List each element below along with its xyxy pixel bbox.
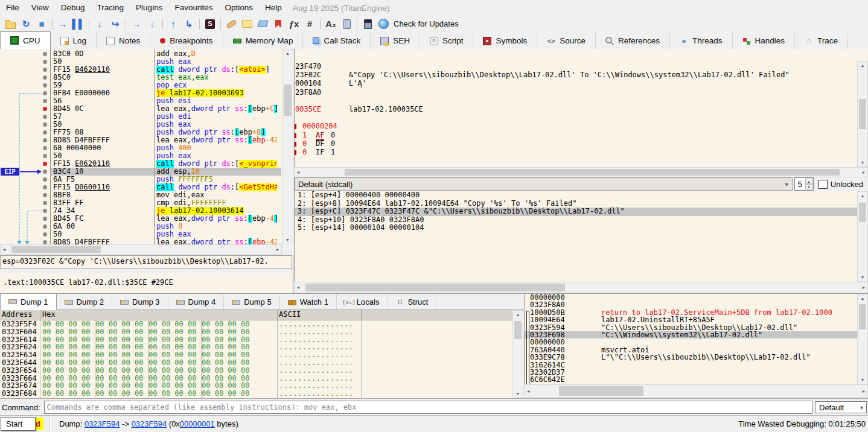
disasm-row[interactable]: FF15 D0600110call dword ptr ds:[<GetStdH… [0,183,282,191]
disasm-row[interactable]: FF15 B4620110call dword ptr ds:[<atoi>] [0,66,282,74]
disasm-row[interactable]: 8D85 D4FBFFFFlea eax,dword ptr ss:[ebp-4… [0,238,282,244]
instruction-dot-icon[interactable] [43,201,47,205]
execute-till-return-button[interactable]: → [129,17,144,31]
disasm-row[interactable]: 57push edi [0,113,282,121]
disasm-row[interactable]: 50push eax [0,230,282,238]
dump-column-header[interactable]: Address [2,310,33,319]
stack-row[interactable]: 00000000 [525,294,868,301]
menu-item-favourites[interactable]: Favourites [168,0,219,16]
instruction-dot-icon[interactable] [43,154,47,158]
scroll-up-arrow-icon[interactable]: ▴ [282,51,293,56]
breakpoint-dot-icon[interactable] [43,107,47,111]
disasm-row[interactable]: 74 34je lab17-02.10003614 [0,207,282,215]
register-row[interactable]: 000104L'Ą' [295,79,857,87]
disasm-row[interactable]: 6A 00push 0 [0,223,282,230]
disasm-row[interactable]: 83C0 0Dadd eax,D [0,50,282,58]
disasm-row[interactable]: 6A F5push FFFFFFF5 [0,176,282,183]
scroll-thumb[interactable] [284,84,292,116]
register-row[interactable]: 23F470 [295,62,857,71]
scroll-right-arrow-icon[interactable]: ▸ [863,282,865,293]
tab-dump-2[interactable]: Dump 2 [57,294,113,310]
disasm-vscrollbar[interactable]: ▴ ▾ [282,49,293,244]
instruction-dot-icon[interactable] [43,193,47,197]
step-into-button[interactable]: ↓ [92,17,107,31]
calculator-button[interactable] [360,17,375,31]
scroll-right-arrow-icon[interactable]: ▸ [863,168,865,177]
stack-row[interactable]: 033E9C78L"\"C:\\Users\\sibouzbib\\Deskto… [525,354,868,361]
instruction-dot-icon[interactable] [43,177,47,182]
spinner-up-icon[interactable]: ▴ [805,179,812,184]
argument-count-spinner[interactable]: 5 ▴ ▾ [794,177,814,191]
tab-symbols[interactable]: Symbols [473,33,537,49]
argument-row[interactable]: 5: [esp+14] 00000104 00000104 [295,224,857,232]
highlight-button[interactable] [339,17,354,31]
instruction-dot-icon[interactable] [43,130,47,135]
scroll-thumb[interactable] [345,169,840,176]
scroll-thumb[interactable] [859,304,866,329]
disasm-row[interactable]: 85C0test eax,eax [0,74,282,81]
argument-row[interactable]: 1: [esp+4] 00000400 00000400 [295,191,857,200]
tab-handles[interactable]: Handles [733,33,796,49]
tab-dump-4[interactable]: Dump 4 [168,294,225,310]
argument-row[interactable]: 4: [esp+10] 0323F8A0 0323F8A0 [295,216,857,224]
step-over-button[interactable]: ↪ [108,17,123,31]
disasm-row[interactable]: 68 00040000push 400 [0,144,282,152]
stack-hscrollbar[interactable]: ◂ ▸ [524,384,868,398]
scroll-thumb[interactable] [559,386,643,396]
dump-address-link[interactable]: 0323F594 [85,419,120,428]
register-row[interactable]: 23F8A0 [295,88,857,97]
stack-row[interactable]: 3162614C [525,361,868,369]
tab-cpu[interactable]: CPU [0,31,51,49]
register-row[interactable]: 0035CElab17-02.100035CE [295,105,857,113]
scroll-left-arrow-icon[interactable]: ◂ [297,168,299,177]
arguments-pane[interactable]: 1: [esp+4] 00000400 000004002: [esp+8] 1… [294,191,857,282]
spinner-down-icon[interactable]: ▾ [805,184,812,189]
stack-row[interactable]: 10094E64lab17-02.UninstallRT+85A5F [525,316,868,323]
tab-script[interactable]: ≡Script [420,33,474,49]
register-row[interactable]: 1AF0 [295,131,857,139]
disasm-row[interactable]: FF75 08push dword ptr ss:[ebp+8] [0,129,282,136]
tab-dump-5[interactable]: Dump 5 [224,294,280,310]
calling-convention-dropdown[interactable]: Default (stdcall) ▾ [295,177,793,191]
menu-item-options[interactable]: Options [219,0,259,16]
instruction-dot-icon[interactable] [43,83,47,87]
disasm-row[interactable]: FF15 E0620110call dword ptr ds:[<_vsnpri… [0,160,282,168]
open-folder-button[interactable] [3,17,18,31]
scroll-thumb[interactable] [305,284,565,291]
register-row[interactable]: 0IF1 [295,148,857,156]
tab-notes[interactable]: Notes [97,33,150,49]
tab-locals[interactable]: [x=]Locals [337,294,388,310]
instruction-dot-icon[interactable] [43,240,47,244]
tab-memory-map[interactable]: Memory Map [223,33,304,49]
dump-column-header[interactable]: ASCII [279,310,301,319]
disasm-row[interactable]: 8D45 0Clea eax,dword ptr ss:[ebp+C] [0,105,282,113]
dump-column-header[interactable]: Hex [42,310,56,319]
check-for-updates-label[interactable]: Check for Updates [394,19,459,28]
tab-call-stack[interactable]: Call Stack [303,33,371,49]
restart-button[interactable]: ↻ [19,17,33,31]
step-out-button[interactable]: ↓ [145,17,159,31]
stop-button[interactable]: ■ [34,17,49,31]
scroll-thumb[interactable] [859,203,866,222]
registers-pane[interactable]: 23F47023F02C&"Copy 'C:\\Users\\sibouzbib… [294,49,868,167]
instruction-dot-icon[interactable] [43,146,47,150]
disassembly-pane[interactable]: 83C0 0Dadd eax,D50push eaxFF15 B4620110c… [0,49,282,244]
instruction-dot-icon[interactable] [43,170,47,174]
scroll-thumb[interactable] [11,246,101,253]
arguments-vscrollbar[interactable]: ▴ ▾ [857,191,868,282]
tab-trace[interactable]: ∴Trace [795,33,848,49]
patch-button[interactable] [224,17,238,31]
disasm-row[interactable]: 8D85 D4FBFFFFlea eax,dword ptr ss:[ebp-4… [0,136,282,144]
instruction-dot-icon[interactable] [43,209,47,213]
attach-button[interactable]: ↳ [182,17,196,31]
command-profile-dropdown[interactable]: Default ▾ [815,401,867,413]
stack-row[interactable]: 6C6C642E [525,376,868,383]
disasm-row[interactable]: 0F84 E0000000je lab17-02.10003693 [0,89,282,97]
menu-item-debug[interactable]: Debug [55,0,91,16]
dump-row[interactable]: 0323F60400 00 00 0000 00 00 0000 00 00 0… [0,328,512,336]
instruction-dot-icon[interactable] [43,224,47,229]
dump-address-link[interactable]: 00000001 [180,419,215,428]
scroll-left-arrow-icon[interactable]: ◂ [297,282,299,293]
registers-hscrollbar[interactable]: ◂ ▸ [294,167,868,177]
register-row[interactable]: 23F02C&"Copy 'C:\\Users\\sibouzbib\\Desk… [295,71,857,79]
